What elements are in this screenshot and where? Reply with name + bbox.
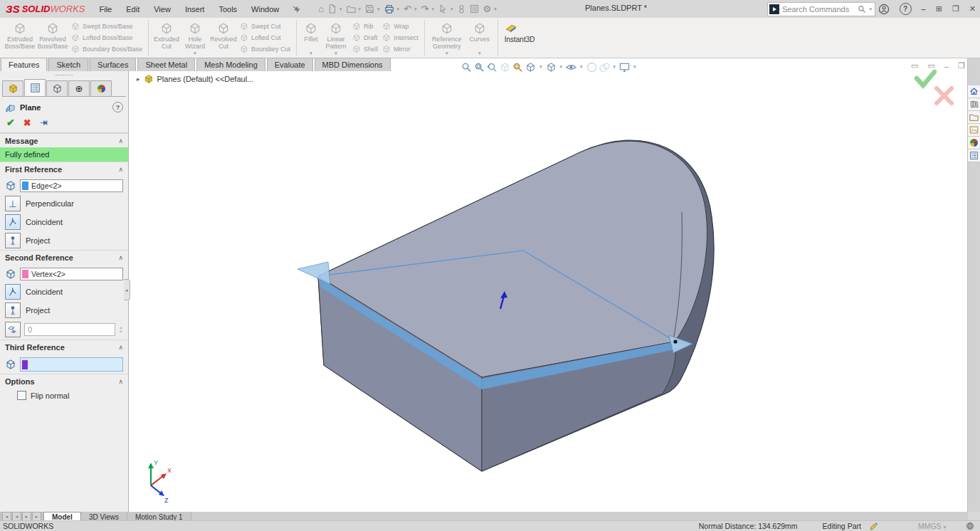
view-orientation-icon[interactable] <box>525 62 536 73</box>
cancel-button[interactable]: ✖ <box>23 117 31 128</box>
dropdown-icon[interactable]: ▾ <box>194 51 196 56</box>
extruded-cut-button[interactable]: Extruded Cut <box>152 19 181 56</box>
section-view-icon[interactable] <box>500 62 510 73</box>
feature-tree-flyout[interactable]: ▸ Planes (Default) <<Defaul... <box>137 74 253 84</box>
design-library-icon[interactable] <box>968 98 980 111</box>
dropdown-icon[interactable]: ▾ <box>359 6 362 12</box>
pane-right-icon[interactable]: ▭ <box>927 61 934 70</box>
new-document-icon[interactable] <box>326 4 338 14</box>
maximize-icon[interactable]: ⊞ <box>936 4 942 14</box>
collapse-icon[interactable]: ∧ <box>118 166 123 173</box>
doc-minimize-icon[interactable]: – <box>944 62 949 70</box>
menu-insert[interactable]: Insert <box>178 2 212 16</box>
status-globe-icon[interactable] <box>966 522 974 530</box>
hide-show-items-icon[interactable] <box>566 62 576 73</box>
dropdown-icon[interactable]: ▾ <box>613 64 616 70</box>
third-reference-header[interactable]: Third Reference ∧ <box>0 340 128 354</box>
file-explorer-icon[interactable] <box>968 111 980 124</box>
extruded-boss-button[interactable]: Extruded Boss/Base <box>4 19 36 56</box>
tab-evaluate[interactable]: Evaluate <box>267 58 313 71</box>
dropdown-icon[interactable]: ▾ <box>580 64 583 70</box>
panel-collapse-handle[interactable]: ● <box>124 279 130 300</box>
swept-cut-button[interactable]: Swept Cut <box>240 21 290 32</box>
tab-features[interactable]: Features <box>1 58 47 71</box>
dropdown-icon[interactable]: ▾ <box>397 6 400 12</box>
instant3d-button[interactable]: Instant3D <box>502 19 544 56</box>
model-viewport[interactable]: Y X Z <box>128 58 968 512</box>
rib-button[interactable]: Rib <box>352 21 378 32</box>
boundary-cut-button[interactable]: Boundary Cut <box>240 44 290 55</box>
featuremanager-tab[interactable] <box>2 80 23 96</box>
undo-icon[interactable]: ↶ <box>402 4 413 14</box>
tree-root-label[interactable]: Planes (Default) <<Defaul... <box>157 75 254 83</box>
message-section-header[interactable]: Message ∧ <box>0 133 128 147</box>
expand-arrow-icon[interactable]: ▸ <box>137 75 140 83</box>
home-icon[interactable]: ⌂ <box>317 4 325 14</box>
dropdown-icon[interactable]: ▾ <box>633 64 636 70</box>
pin-menubar-icon[interactable] <box>292 4 301 14</box>
graphics-area[interactable]: Y X Z ▸ Planes (Default) <<Defaul... ▾ ▾… <box>128 58 968 512</box>
minimize-icon[interactable]: – <box>922 5 926 14</box>
reference-geometry-button[interactable]: Reference Geometry ▾ <box>428 19 465 56</box>
view-settings-icon[interactable] <box>619 62 630 73</box>
revolved-cut-button[interactable]: Revolved Cut <box>209 19 238 56</box>
hole-wizard-button[interactable]: Hole Wizard ▾ <box>181 19 209 56</box>
dropdown-icon[interactable]: ▾ <box>334 51 337 56</box>
help-icon[interactable]: ? <box>900 3 912 15</box>
menu-view[interactable]: View <box>147 2 178 16</box>
pm-help-icon[interactable]: ? <box>112 102 123 112</box>
second-reference-field[interactable]: Vertex<2> <box>20 268 123 280</box>
scene-icon[interactable] <box>599 62 610 73</box>
first-reference-header[interactable]: First Reference ∧ <box>0 162 128 176</box>
third-reference-field[interactable] <box>20 357 123 372</box>
open-icon[interactable] <box>345 4 357 14</box>
options-header[interactable]: Options ∧ <box>0 374 128 388</box>
redo-icon[interactable]: ↷ <box>420 4 431 14</box>
dropdown-icon[interactable]: ▾ <box>310 51 312 56</box>
dropdown-icon[interactable]: ▾ <box>560 64 563 70</box>
pane-left-icon[interactable]: ▭ <box>911 61 918 70</box>
user-icon[interactable] <box>878 4 890 15</box>
appearances-icon[interactable] <box>968 137 980 149</box>
search-icon[interactable] <box>858 5 866 14</box>
offset-distance-field[interactable]: 0 <box>24 323 115 336</box>
coincident-option-2[interactable]: Coincident <box>0 283 128 301</box>
draft-button[interactable]: Draft <box>352 33 378 43</box>
dimxpert-tab[interactable]: ⊕ <box>68 80 90 96</box>
dropdown-icon[interactable]: ▾ <box>377 6 380 12</box>
mirror-button[interactable]: Mirror <box>382 44 418 55</box>
apply-scene-icon[interactable] <box>512 62 523 73</box>
menu-edit[interactable]: Edit <box>119 2 147 16</box>
dropdown-icon[interactable]: ▾ <box>446 51 448 56</box>
dropdown-icon[interactable]: ▾ <box>539 64 542 70</box>
close-icon[interactable]: ✕ <box>969 4 976 14</box>
attach-icon[interactable] <box>455 4 468 14</box>
dropdown-icon[interactable]: ▾ <box>478 51 481 56</box>
restore-icon[interactable]: ❐ <box>952 4 959 14</box>
dropdown-icon[interactable]: ▾ <box>451 6 453 12</box>
display-style-icon[interactable] <box>546 62 557 73</box>
custom-properties-icon[interactable] <box>968 149 980 162</box>
tab-sketch[interactable]: Sketch <box>48 58 88 71</box>
intersect-button[interactable]: Intersect <box>382 33 418 43</box>
collapse-icon[interactable]: ∧ <box>118 378 123 385</box>
lofted-cut-button[interactable]: Lofted Cut <box>240 33 290 43</box>
keep-visible-pin-icon[interactable] <box>40 118 49 127</box>
view-palette-icon[interactable] <box>968 124 980 137</box>
dropdown-icon[interactable]: ▾ <box>943 525 946 530</box>
zoom-fit-icon[interactable] <box>461 62 472 73</box>
search-input[interactable]: Search Commands <box>782 5 858 14</box>
wrap-button[interactable]: Wrap <box>382 21 418 32</box>
shell-button[interactable]: Shell <box>352 44 378 55</box>
menu-tools[interactable]: Tools <box>211 2 244 16</box>
spin-down-icon[interactable]: ▼ <box>119 330 123 334</box>
edit-appearance-icon[interactable] <box>586 62 597 73</box>
units-selector[interactable]: MMGS ▾ <box>918 522 946 530</box>
tab-sheet-metal[interactable]: Sheet Metal <box>137 58 195 71</box>
settings-icon[interactable]: ⚙ <box>481 4 492 14</box>
panel-grab-handle[interactable] <box>56 75 73 78</box>
collapse-icon[interactable]: ∧ <box>118 254 123 261</box>
dropdown-icon[interactable]: ▾ <box>431 6 434 12</box>
zoom-area-icon[interactable] <box>474 62 485 73</box>
task-home-icon[interactable] <box>968 85 980 98</box>
